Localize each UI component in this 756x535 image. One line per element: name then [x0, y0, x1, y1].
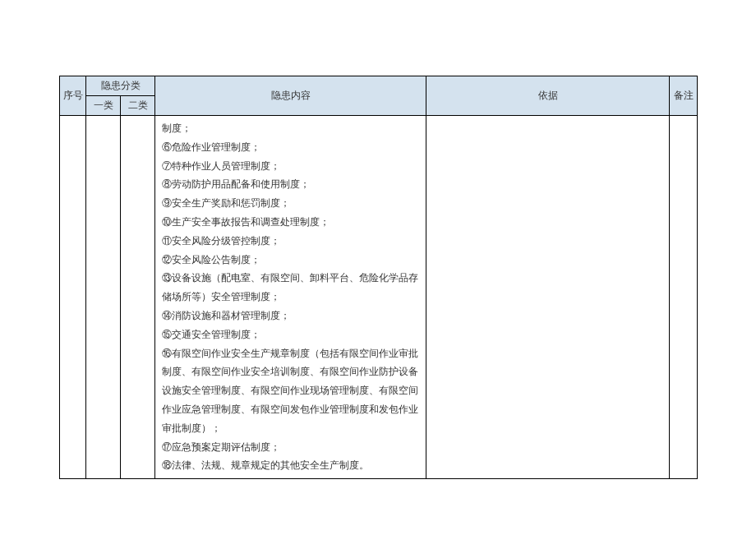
cell-basis: [426, 116, 670, 479]
cell-cat1: [86, 116, 121, 479]
header-note: 备注: [670, 76, 698, 116]
content-line: ⑬设备设施（配电室、有限空间、卸料平台、危险化学品存储场所等）安全管理制度；: [162, 269, 419, 307]
content-line: ⑪安全风险分级管控制度；: [162, 232, 419, 251]
cell-seq: [60, 116, 86, 479]
cell-content: 制度； ⑥危险作业管理制度； ⑦特种作业人员管理制度； ⑧劳动防护用品配备和使用…: [155, 116, 426, 479]
content-line: ⑥危险作业管理制度；: [162, 138, 419, 157]
content-line: ⑧劳动防护用品配备和使用制度；: [162, 175, 419, 194]
header-category: 隐患分类: [86, 76, 155, 96]
content-line: 制度；: [162, 119, 419, 138]
content-line: ⑭消防设施和器材管理制度；: [162, 307, 419, 325]
content-line: ⑩生产安全事故报告和调查处理制度；: [162, 213, 419, 232]
content-line: ⑨安全生产奖励和惩罚制度；: [162, 194, 419, 213]
content-line: ⑦特种作业人员管理制度；: [162, 157, 419, 176]
content-line: ⑮交通安全管理制度；: [162, 325, 419, 344]
hazard-table: 序号 隐患分类 隐患内容 依据 备注 一类 二类 制度； ⑥危险作业管理制度； …: [59, 76, 698, 479]
header-cat1: 一类: [86, 96, 121, 116]
content-line: ⑯有限空间作业安全生产规章制度（包括有限空间作业审批制度、有限空间作业安全培训制…: [162, 344, 419, 438]
cell-note: [670, 116, 698, 479]
header-content: 隐患内容: [155, 76, 426, 116]
cell-cat2: [121, 116, 155, 479]
table-header: 序号 隐患分类 隐患内容 依据 备注 一类 二类: [60, 76, 698, 116]
header-seq: 序号: [60, 76, 86, 116]
header-cat2: 二类: [121, 96, 155, 116]
content-line: ⑰应急预案定期评估制度；: [162, 438, 419, 457]
header-basis: 依据: [426, 76, 670, 116]
table-row: 制度； ⑥危险作业管理制度； ⑦特种作业人员管理制度； ⑧劳动防护用品配备和使用…: [60, 116, 698, 479]
content-line: ⑱法律、法规、规章规定的其他安全生产制度。: [162, 456, 419, 475]
content-line: ⑫安全风险公告制度；: [162, 251, 419, 270]
